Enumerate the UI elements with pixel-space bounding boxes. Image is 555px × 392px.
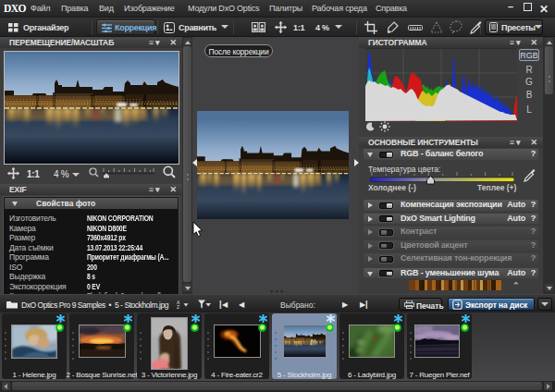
svg-text:Z: Z <box>177 304 179 310</box>
